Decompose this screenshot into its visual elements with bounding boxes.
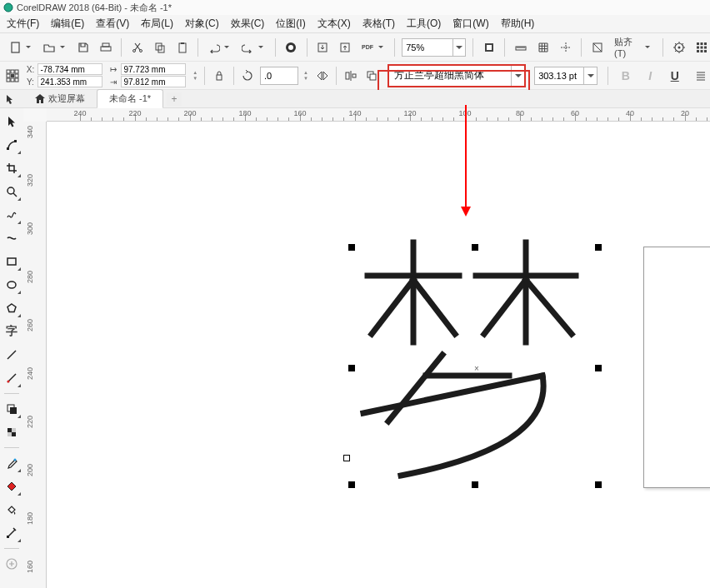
menu-bitmaps[interactable]: 位图(I): [276, 17, 305, 31]
font-family-box[interactable]: [388, 64, 526, 87]
font-family-input[interactable]: [394, 67, 511, 85]
menu-layout[interactable]: 布局(L): [141, 17, 173, 31]
menu-object[interactable]: 对象(C): [185, 17, 219, 31]
show-grid-button[interactable]: [534, 38, 552, 57]
drop-shadow-tool[interactable]: [3, 401, 20, 417]
font-size-box[interactable]: [534, 67, 598, 85]
paste-button[interactable]: [173, 38, 191, 57]
align-distribute-button[interactable]: [342, 67, 359, 85]
menu-effects[interactable]: 效果(C): [231, 17, 265, 31]
transparency-tool[interactable]: [3, 424, 20, 441]
connector-tool[interactable]: [3, 370, 20, 386]
menu-help[interactable]: 帮助(H): [501, 17, 535, 31]
menu-window[interactable]: 窗口(W): [452, 17, 488, 31]
svg-rect-3: [101, 47, 111, 51]
shape-tool[interactable]: [3, 137, 20, 153]
angle-box[interactable]: [260, 67, 298, 85]
canvas[interactable]: ×: [47, 122, 710, 588]
pick-tool-tab-icon[interactable]: [5, 92, 15, 107]
svg-rect-42: [370, 74, 376, 80]
text-align-button[interactable]: [692, 67, 709, 85]
object-origin-button[interactable]: [3, 67, 21, 85]
snap-label[interactable]: 贴齐(T): [614, 36, 642, 58]
app-launcher-button[interactable]: [692, 38, 710, 57]
angle-spinner[interactable]: ▲▼: [302, 70, 310, 82]
tab-welcome[interactable]: 欢迎屏幕: [23, 90, 97, 107]
canvas-text-object[interactable]: [342, 230, 609, 488]
undo-button[interactable]: [205, 38, 222, 57]
polygon-tool[interactable]: [3, 300, 20, 316]
import-button[interactable]: [314, 38, 332, 57]
tab-document[interactable]: 未命名 -1*: [97, 89, 163, 108]
save-button[interactable]: [74, 38, 92, 57]
zoom-level[interactable]: [402, 38, 466, 57]
menu-table[interactable]: 表格(T): [362, 17, 395, 31]
sel-handle-bm[interactable]: [472, 481, 478, 488]
zoom-dropdown[interactable]: [452, 39, 465, 56]
menu-text[interactable]: 文本(X): [318, 17, 351, 31]
search-content-button[interactable]: [282, 38, 300, 57]
workspace: 24022020018016014012010080604020 3403203…: [23, 108, 710, 588]
options-button[interactable]: [670, 38, 688, 57]
outline-pen-tool[interactable]: [3, 525, 20, 541]
y-input[interactable]: [38, 76, 102, 87]
redo-button[interactable]: [239, 38, 257, 57]
sel-text-origin[interactable]: [343, 455, 350, 461]
quick-customize[interactable]: [3, 556, 20, 572]
menu-file[interactable]: 文件(F): [7, 17, 39, 31]
sel-handle-mr[interactable]: [595, 365, 602, 371]
menu-edit[interactable]: 编辑(E): [51, 17, 84, 31]
h-input[interactable]: [121, 76, 186, 87]
underline-button[interactable]: U: [666, 67, 683, 85]
copy-button[interactable]: [151, 38, 168, 57]
lock-ratio-button[interactable]: [210, 67, 228, 85]
font-family-dropdown[interactable]: [511, 66, 524, 86]
menu-tools[interactable]: 工具(O): [407, 17, 441, 31]
sel-handle-tr[interactable]: [595, 244, 602, 251]
zoom-tool[interactable]: [3, 183, 20, 200]
order-button[interactable]: [363, 67, 381, 85]
svg-point-47: [8, 282, 16, 288]
mirror-h-button[interactable]: [313, 67, 331, 85]
interactive-fill-tool[interactable]: [3, 478, 20, 495]
cut-button[interactable]: [128, 38, 146, 57]
ruler-horizontal[interactable]: 24022020018016014012010080604020: [47, 108, 710, 122]
italic-button[interactable]: I: [642, 67, 659, 85]
zoom-input[interactable]: [402, 39, 452, 56]
menu-view[interactable]: 查看(V): [96, 17, 129, 31]
export-button[interactable]: [337, 38, 354, 57]
text-tool[interactable]: 字: [3, 323, 20, 340]
new-button[interactable]: [7, 38, 24, 57]
scale-spinner[interactable]: ▲▼: [191, 70, 199, 82]
sel-handle-tl[interactable]: [348, 244, 355, 251]
sel-center[interactable]: ×: [474, 364, 479, 373]
angle-input[interactable]: [261, 67, 298, 84]
eyedropper-tool[interactable]: [3, 455, 20, 471]
smart-fill-tool[interactable]: [3, 501, 20, 518]
pick-tool[interactable]: [3, 113, 20, 130]
artistic-media-tool[interactable]: [3, 230, 20, 247]
parallel-dim-tool[interactable]: [3, 346, 20, 363]
publish-pdf-button[interactable]: PDF: [359, 38, 377, 57]
bold-button[interactable]: B: [617, 67, 634, 85]
font-size-input[interactable]: [535, 67, 583, 84]
sel-handle-tm[interactable]: [472, 244, 478, 251]
print-button[interactable]: [97, 38, 114, 57]
ellipse-tool[interactable]: [3, 277, 20, 293]
ruler-vertical[interactable]: 340320300280260240220200180160: [23, 122, 47, 588]
freehand-tool[interactable]: [3, 207, 20, 223]
sel-handle-br[interactable]: [595, 481, 602, 488]
tab-new[interactable]: +: [167, 92, 182, 106]
snap-off-button[interactable]: [588, 38, 606, 57]
font-size-dropdown[interactable]: [583, 67, 597, 84]
sel-handle-bl[interactable]: [348, 481, 355, 488]
w-input[interactable]: [121, 63, 186, 75]
open-button[interactable]: [41, 38, 58, 57]
x-input[interactable]: [38, 63, 102, 75]
sel-handle-ml[interactable]: [348, 365, 355, 371]
fullscreen-button[interactable]: [480, 38, 498, 57]
show-guidelines-button[interactable]: [557, 38, 574, 57]
show-rulers-button[interactable]: [512, 38, 529, 57]
crop-tool[interactable]: [3, 160, 20, 177]
rectangle-tool[interactable]: [3, 253, 20, 270]
